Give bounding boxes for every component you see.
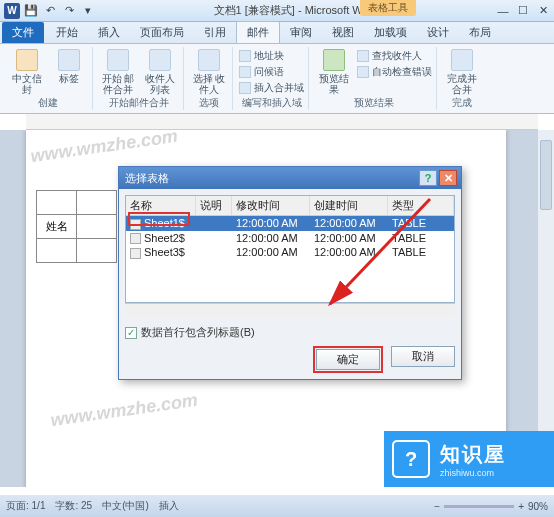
window-title: 文档1 [兼容模式] - Microsoft Word <box>100 3 492 18</box>
tab-design[interactable]: 设计 <box>417 22 459 43</box>
ribbon-tabs: 文件 开始 插入 页面布局 引用 邮件 审阅 视图 加载项 设计 布局 <box>0 22 554 44</box>
status-page[interactable]: 页面: 1/1 <box>6 499 45 513</box>
tab-review[interactable]: 审阅 <box>280 22 322 43</box>
help-icon[interactable]: ? <box>419 170 437 186</box>
greeting-icon <box>239 66 251 78</box>
ribbon-group-finish: 完成并合并 完成 <box>439 47 485 110</box>
sheet-icon <box>130 219 141 230</box>
tab-home[interactable]: 开始 <box>46 22 88 43</box>
minimize-icon[interactable]: — <box>496 4 510 18</box>
tab-view[interactable]: 视图 <box>322 22 364 43</box>
word-icon: W <box>4 3 20 19</box>
list-item[interactable]: Sheet1$ 12:00:00 AM 12:00:00 AM TABLE <box>126 216 454 231</box>
list-item[interactable]: Sheet2$ 12:00:00 AM 12:00:00 AM TABLE <box>126 231 454 246</box>
file-tab[interactable]: 文件 <box>2 22 44 43</box>
zoom-out-icon[interactable]: − <box>434 501 440 512</box>
recipients-button[interactable]: 收件人列表 <box>141 49 179 95</box>
dialog-title: 选择表格 <box>123 171 419 186</box>
ok-button[interactable]: 确定 <box>316 349 380 370</box>
status-bar: 页面: 1/1 字数: 25 中文(中国) 插入 − + 90% <box>0 495 554 517</box>
address-icon <box>239 50 251 62</box>
save-icon[interactable]: 💾 <box>23 3 39 19</box>
tab-tlayout[interactable]: 布局 <box>459 22 501 43</box>
preview-button[interactable]: 预览结果 <box>315 49 353 95</box>
ruler[interactable] <box>26 114 538 130</box>
envelope-button[interactable]: 中文信封 <box>8 49 46 95</box>
tab-mailings[interactable]: 邮件 <box>236 21 280 43</box>
table-list[interactable]: 名称 说明 修改时间 创建时间 类型 Sheet1$ 12:00:00 AM 1… <box>125 195 455 303</box>
scroll-thumb[interactable] <box>540 140 552 210</box>
close-icon[interactable]: ✕ <box>536 4 550 18</box>
ribbon-group-preview: 预览结果 查找收件人 自动检查错误 预览结果 <box>311 47 437 110</box>
tab-layout[interactable]: 页面布局 <box>130 22 194 43</box>
find-icon <box>357 50 369 62</box>
find-recipient-button[interactable]: 查找收件人 <box>357 49 432 63</box>
labels-button[interactable]: 标签 <box>50 49 88 84</box>
redo-icon[interactable]: ↷ <box>61 3 77 19</box>
ribbon-group-start: 开始 邮件合并 收件人列表 开始邮件合并 <box>95 47 184 110</box>
list-header: 名称 说明 修改时间 创建时间 类型 <box>126 196 454 216</box>
status-words[interactable]: 字数: 25 <box>55 499 92 513</box>
finish-icon <box>451 49 473 71</box>
start-merge-button[interactable]: 开始 邮件合并 <box>99 49 137 95</box>
preview-icon <box>323 49 345 71</box>
ribbon: 中文信封 标签 创建 开始 邮件合并 收件人列表 开始邮件合并 选择 收件人 选… <box>0 44 554 114</box>
sheet-icon <box>130 248 141 259</box>
site-logo: ? 知识屋 zhishiwu.com <box>384 431 554 487</box>
sheet-icon <box>130 233 141 244</box>
tab-addins[interactable]: 加载项 <box>364 22 417 43</box>
list-h-scrollbar[interactable] <box>125 303 455 317</box>
merge-icon <box>107 49 129 71</box>
check-icon <box>357 66 369 78</box>
people-icon <box>149 49 171 71</box>
select-recipients-button[interactable]: 选择 收件人 <box>190 49 228 95</box>
status-insert[interactable]: 插入 <box>159 499 179 513</box>
address-block-button[interactable]: 地址块 <box>239 49 304 63</box>
auto-check-button[interactable]: 自动检查错误 <box>357 65 432 79</box>
cell-name[interactable]: 姓名 <box>37 215 77 239</box>
select-icon <box>198 49 220 71</box>
title-bar: W 💾 ↶ ↷ ▾ 文档1 [兼容模式] - Microsoft Word — … <box>0 0 554 22</box>
qat-more-icon[interactable]: ▾ <box>80 3 96 19</box>
quick-access-toolbar: W 💾 ↶ ↷ ▾ <box>4 3 96 19</box>
zoom-in-icon[interactable]: + <box>518 501 524 512</box>
labels-icon <box>58 49 80 71</box>
finish-merge-button[interactable]: 完成并合并 <box>443 49 481 95</box>
question-icon: ? <box>392 440 430 478</box>
tab-references[interactable]: 引用 <box>194 22 236 43</box>
select-table-dialog: 选择表格 ? ✕ 名称 说明 修改时间 创建时间 类型 Sheet1$ 12:0… <box>118 166 462 380</box>
undo-icon[interactable]: ↶ <box>42 3 58 19</box>
ribbon-group-create: 中文信封 标签 创建 <box>4 47 93 110</box>
dialog-close-icon[interactable]: ✕ <box>439 170 457 186</box>
ribbon-group-write: 地址块 问候语 插入合并域 编写和插入域 <box>235 47 309 110</box>
zoom-slider[interactable] <box>444 505 514 508</box>
first-row-header-checkbox[interactable]: ✓ <box>125 327 137 339</box>
insert-field-button[interactable]: 插入合并域 <box>239 81 304 95</box>
checkbox-label: 数据首行包含列标题(B) <box>141 325 255 340</box>
envelope-icon <box>16 49 38 71</box>
zoom-level[interactable]: 90% <box>528 501 548 512</box>
greeting-button[interactable]: 问候语 <box>239 65 304 79</box>
tab-insert[interactable]: 插入 <box>88 22 130 43</box>
ribbon-group-options: 选择 收件人 选项 <box>186 47 233 110</box>
maximize-icon[interactable]: ☐ <box>516 4 530 18</box>
dialog-titlebar[interactable]: 选择表格 ? ✕ <box>119 167 461 189</box>
status-lang[interactable]: 中文(中国) <box>102 499 149 513</box>
document-table[interactable]: 姓名 <box>36 190 117 263</box>
cancel-button[interactable]: 取消 <box>391 346 455 367</box>
highlight-annotation: 确定 <box>313 346 383 373</box>
field-icon <box>239 82 251 94</box>
list-item[interactable]: Sheet3$ 12:00:00 AM 12:00:00 AM TABLE <box>126 245 454 260</box>
context-tab: 表格工具 <box>360 0 416 16</box>
